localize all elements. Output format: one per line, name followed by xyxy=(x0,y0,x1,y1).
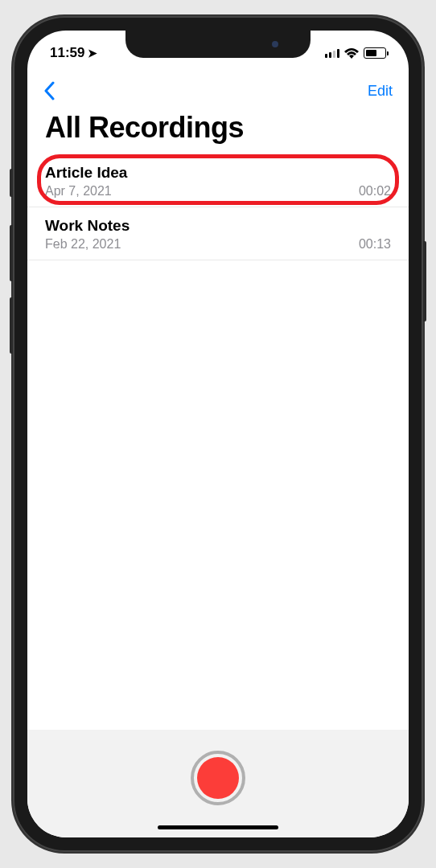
recording-row[interactable]: Work Notes Feb 22, 2021 00:13 xyxy=(27,207,409,260)
volume-down-button xyxy=(10,297,13,354)
page-title: All Recordings xyxy=(27,108,409,154)
mute-switch xyxy=(10,169,13,197)
record-toolbar xyxy=(27,730,409,837)
status-right xyxy=(325,47,386,59)
recording-duration: 00:13 xyxy=(359,237,391,252)
wifi-icon xyxy=(344,48,359,59)
recordings-list[interactable]: Article Idea Apr 7, 2021 00:02 Work Note… xyxy=(27,154,409,730)
back-button[interactable] xyxy=(43,81,68,100)
phone-frame: 11:59 ➤ xyxy=(13,16,423,852)
screen: 11:59 ➤ xyxy=(27,31,409,837)
status-left: 11:59 ➤ xyxy=(50,45,97,61)
power-button xyxy=(423,241,426,321)
nav-bar: Edit xyxy=(27,71,409,108)
record-icon xyxy=(197,757,239,799)
recording-meta: Apr 7, 2021 00:02 xyxy=(45,184,391,199)
edit-button[interactable]: Edit xyxy=(368,83,393,100)
notch xyxy=(125,31,311,58)
recording-date: Feb 22, 2021 xyxy=(45,237,121,252)
recording-duration: 00:02 xyxy=(359,184,391,199)
front-camera xyxy=(272,41,278,47)
recording-date: Apr 7, 2021 xyxy=(45,184,112,199)
cellular-signal-icon xyxy=(325,48,339,58)
record-button[interactable] xyxy=(191,751,245,805)
recording-row[interactable]: Article Idea Apr 7, 2021 00:02 xyxy=(27,154,409,207)
recording-title: Article Idea xyxy=(45,164,391,182)
location-icon: ➤ xyxy=(88,47,97,59)
recording-title: Work Notes xyxy=(45,217,391,235)
volume-up-button xyxy=(10,225,13,281)
home-indicator[interactable] xyxy=(158,825,278,829)
battery-icon xyxy=(364,47,386,59)
recording-meta: Feb 22, 2021 00:13 xyxy=(45,237,391,252)
status-time: 11:59 xyxy=(50,45,84,61)
chevron-left-icon xyxy=(43,81,55,100)
